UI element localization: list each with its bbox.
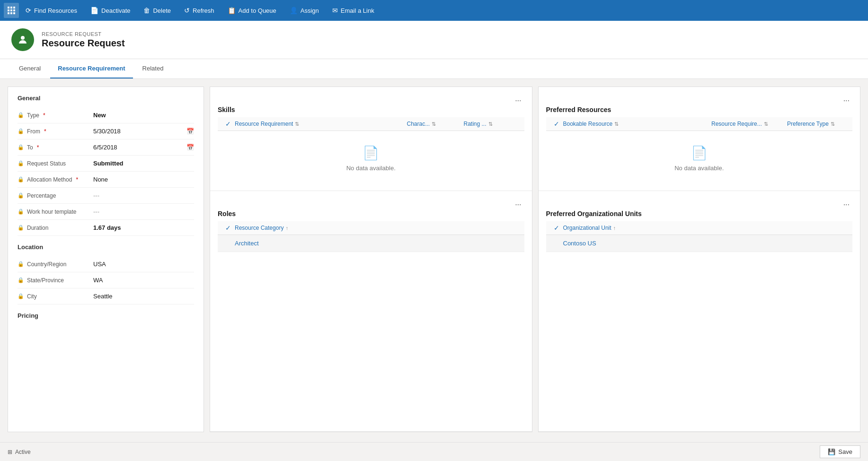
calendar-icon-from[interactable]: 📅 [186, 128, 194, 135]
field-row-state-province: 🔒 State/Province WA [18, 272, 194, 288]
add-to-queue-button[interactable]: 📋 Add to Queue [221, 0, 283, 21]
skills-section: ... Skills ✓ Resource Requirement ⇅ Char… [210, 87, 532, 191]
skills-ellipsis-button[interactable]: ... [512, 94, 524, 104]
page-header: RESOURCE REQUEST Resource Request [0, 21, 868, 59]
lock-icon-request-status: 🔒 [18, 160, 24, 166]
save-button[interactable]: 💾 Save [820, 445, 860, 458]
field-row-from: 🔒 From * 5/30/2018 📅 [18, 123, 194, 139]
preferred-resources-ellipsis-button[interactable]: ... [841, 94, 852, 104]
preferred-org-units-ellipsis-button[interactable]: ... [841, 198, 852, 208]
field-value-type[interactable]: New [93, 112, 194, 119]
lock-icon-country-region: 🔒 [18, 261, 24, 267]
skills-select-all[interactable]: ✓ [221, 120, 235, 128]
field-value-work-hour-template[interactable]: --- [93, 208, 194, 215]
find-resources-icon: ⟳ [26, 7, 31, 14]
delete-button[interactable]: 🗑 Delete [137, 0, 177, 21]
roles-actions: ... [218, 198, 524, 208]
roles-cell-architect[interactable]: Architect [221, 240, 521, 247]
preferred-org-units-actions: ... [546, 198, 853, 208]
skills-col-charac[interactable]: Charac... ⇅ [407, 121, 464, 127]
field-label-percentage: 🔒 Percentage [18, 192, 93, 199]
field-value-percentage[interactable]: --- [93, 192, 194, 199]
sort-icon-resource-requirement[interactable]: ⇅ [295, 121, 299, 127]
email-icon: ✉ [332, 7, 338, 14]
svg-rect-8 [13, 12, 15, 14]
svg-rect-6 [8, 12, 9, 14]
preferred-org-units-select-all[interactable]: ✓ [550, 224, 563, 232]
status-text: Active [15, 449, 31, 455]
field-value-city[interactable]: Seattle [93, 293, 194, 300]
field-value-country-region[interactable]: USA [93, 261, 194, 268]
field-value-duration: 1.67 days [93, 224, 194, 231]
field-value-allocation-method[interactable]: None [93, 176, 194, 183]
lock-icon-allocation-method: 🔒 [18, 176, 24, 183]
sort-icon-charac[interactable]: ⇅ [432, 121, 436, 127]
sort-icon-org-unit[interactable]: ↑ [613, 225, 616, 231]
preferred-resources-col-bookable[interactable]: Bookable Resource ⇅ [563, 121, 712, 127]
tab-related[interactable]: Related [135, 59, 171, 78]
sort-icon-bookable[interactable]: ⇅ [614, 121, 619, 127]
field-row-country-region: 🔒 Country/Region USA [18, 256, 194, 272]
lock-icon-percentage: 🔒 [18, 192, 24, 199]
preferred-resources-actions: ... [546, 94, 853, 104]
roles-select-all[interactable]: ✓ [221, 224, 235, 232]
field-row-percentage: 🔒 Percentage --- [18, 188, 194, 204]
field-label-from: 🔒 From * [18, 128, 93, 135]
sort-icon-rating[interactable]: ⇅ [488, 121, 493, 127]
roles-row-architect[interactable]: Architect [218, 235, 524, 252]
status-left: ⊞ Active [8, 449, 31, 455]
field-value-from[interactable]: 5/30/2018 📅 [93, 128, 194, 135]
field-label-allocation-method: 🔒 Allocation Method * [18, 176, 93, 183]
field-label-city: 🔒 City [18, 293, 93, 300]
roles-ellipsis-button[interactable]: ... [512, 198, 524, 208]
svg-rect-4 [10, 9, 12, 11]
lock-icon-city: 🔒 [18, 293, 24, 299]
field-row-duration: 🔒 Duration 1.67 days [18, 220, 194, 236]
lock-icon-duration: 🔒 [18, 225, 24, 231]
preferred-org-units-section: ... Preferred Organizational Units ✓ Org… [539, 191, 860, 432]
tab-resource-requirement[interactable]: Resource Requirement [50, 59, 133, 78]
assign-button[interactable]: 👤 Assign [283, 0, 326, 21]
preferred-resources-col-resource-require[interactable]: Resource Require... ⇅ [711, 121, 787, 127]
main-content: General 🔒 Type * New 🔒 From * 5/30/2018 … [0, 79, 868, 440]
skills-title: Skills [218, 106, 524, 113]
preferred-org-units-row-contoso-us[interactable]: Contoso US [546, 235, 853, 252]
entity-info: RESOURCE REQUEST Resource Request [42, 31, 125, 49]
sort-icon-resource-require[interactable]: ⇅ [764, 121, 768, 127]
svg-rect-2 [13, 7, 15, 9]
field-value-state-province[interactable]: WA [93, 277, 194, 284]
preferred-resources-no-data: 📄 No data available. [546, 131, 853, 186]
roles-col-resource-category[interactable]: Resource Category ↑ [235, 225, 521, 231]
preferred-resources-col-preference-type[interactable]: Preference Type ⇅ [787, 121, 849, 127]
lock-icon-state-province: 🔒 [18, 277, 24, 283]
field-row-work-hour-template: 🔒 Work hour template --- [18, 204, 194, 220]
sort-icon-preference-type[interactable]: ⇅ [831, 121, 835, 127]
preferred-org-units-col-org-unit[interactable]: Organizational Unit ↑ [563, 225, 849, 231]
preferred-resources-section: ... Preferred Resources ✓ Bookable Resou… [539, 87, 860, 191]
field-label-duration: 🔒 Duration [18, 225, 93, 231]
required-indicator-type: * [43, 112, 45, 119]
tab-general[interactable]: General [11, 59, 48, 78]
preferred-resources-select-all[interactable]: ✓ [550, 120, 563, 128]
delete-icon: 🗑 [143, 7, 150, 14]
location-section-heading: Location [18, 244, 194, 251]
sort-icon-resource-category[interactable]: ↑ [285, 225, 288, 231]
svg-rect-0 [8, 7, 9, 9]
save-icon: 💾 [828, 448, 835, 455]
email-a-link-button[interactable]: ✉ Email a Link [326, 0, 381, 21]
tabs-bar: General Resource Requirement Related [0, 59, 868, 79]
skills-col-rating[interactable]: Rating ... ⇅ [464, 121, 521, 127]
field-label-to: 🔒 To * [18, 144, 93, 151]
refresh-button[interactable]: ↺ Refresh [177, 0, 221, 21]
calendar-icon-to[interactable]: 📅 [186, 144, 194, 151]
waffle-menu[interactable] [4, 3, 19, 18]
entity-icon [11, 28, 34, 51]
lock-icon-from: 🔒 [18, 128, 24, 134]
field-row-type: 🔒 Type * New [18, 107, 194, 123]
deactivate-button[interactable]: 📄 Deactivate [84, 0, 137, 21]
field-value-to[interactable]: 6/5/2018 📅 [93, 144, 194, 151]
find-resources-button[interactable]: ⟳ Find Resources [19, 0, 84, 21]
add-to-queue-icon: 📋 [228, 7, 236, 14]
skills-col-resource-requirement[interactable]: Resource Requirement ⇅ [235, 121, 407, 127]
preferred-org-units-cell-contoso-us[interactable]: Contoso US [550, 240, 849, 247]
